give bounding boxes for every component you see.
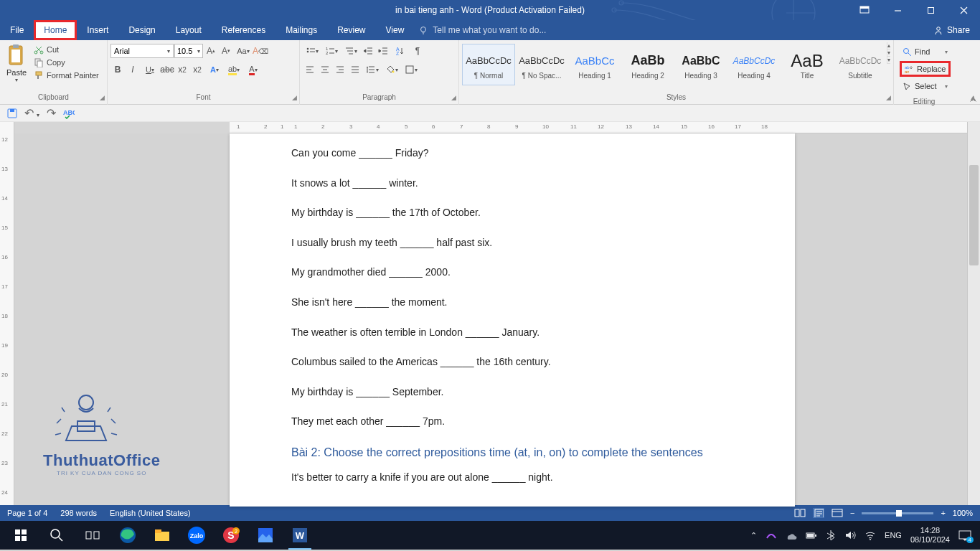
change-case-button[interactable]: Aa▾ xyxy=(234,44,253,58)
doc-line[interactable]: I usually brush my teeth ______ half pas… xyxy=(291,236,733,250)
language-indicator[interactable]: English (United States) xyxy=(110,509,191,517)
chevron-down-icon[interactable]: ▾ xyxy=(887,50,890,57)
align-left-button[interactable] xyxy=(303,62,317,77)
doc-line[interactable]: It's better to carry a knife if you are … xyxy=(291,471,733,485)
minimize-button[interactable] xyxy=(881,0,914,20)
redo-button[interactable]: ↷ xyxy=(47,106,56,120)
tray-app-icon[interactable] xyxy=(765,529,777,541)
save-icon[interactable] xyxy=(7,108,17,118)
chevron-up-icon[interactable]: ▴ xyxy=(887,42,890,50)
doc-heading[interactable]: Bài 2: Choose the correct prepositions t… xyxy=(291,445,733,461)
tray-chevron-icon[interactable]: ⌃ xyxy=(750,531,757,540)
text-effects-button[interactable]: A▾ xyxy=(205,62,224,77)
tab-mailings[interactable]: Mailings xyxy=(275,20,327,40)
align-center-button[interactable] xyxy=(318,62,332,77)
doc-line[interactable]: Columbus sailed to the Americas ______ t… xyxy=(291,355,733,369)
zoom-value[interactable]: 100% xyxy=(953,509,973,517)
onedrive-icon[interactable] xyxy=(786,529,797,541)
spellcheck-icon[interactable]: ABC xyxy=(63,108,75,119)
style-heading-2[interactable]: AaBbHeading 2 xyxy=(621,44,674,85)
tab-home[interactable]: Home xyxy=(34,20,77,40)
doc-line[interactable]: It snows a lot ______ winter. xyxy=(291,176,733,191)
doc-line[interactable]: My birthday is ______ the 17th of Octobe… xyxy=(291,206,733,220)
show-marks-button[interactable]: ¶ xyxy=(410,44,425,58)
align-right-button[interactable] xyxy=(333,62,347,77)
line-spacing-button[interactable]: ▾ xyxy=(363,62,382,77)
tell-me-search[interactable]: Tell me what you want to do... xyxy=(418,25,546,35)
superscript-button[interactable]: x2 xyxy=(190,62,204,77)
font-name-combo[interactable]: Arial▾ xyxy=(110,44,174,58)
tray-language[interactable]: ENG xyxy=(885,531,902,540)
style-heading-4[interactable]: AaBbCcDcHeading 4 xyxy=(727,44,781,85)
page-indicator[interactable]: Page 1 of 4 xyxy=(7,509,47,517)
volume-icon[interactable] xyxy=(844,529,856,541)
shrink-font-button[interactable]: A▾ xyxy=(219,44,233,58)
ribbon-options-icon[interactable] xyxy=(848,0,881,20)
skype-app[interactable]: S2 xyxy=(215,521,247,550)
clear-formatting-button[interactable]: A⌫ xyxy=(253,44,268,58)
tab-view[interactable]: View xyxy=(376,20,415,40)
task-view-button[interactable] xyxy=(76,521,109,550)
style-title[interactable]: AaBTitle xyxy=(781,44,834,85)
bluetooth-icon[interactable] xyxy=(826,529,836,541)
dialog-launcher-icon[interactable]: ◢ xyxy=(292,94,297,101)
dialog-launcher-icon[interactable]: ◢ xyxy=(100,94,105,101)
battery-icon[interactable] xyxy=(806,529,817,541)
doc-line[interactable]: The weather is often terrible in London … xyxy=(291,326,733,340)
tab-insert[interactable]: Insert xyxy=(77,20,118,40)
replace-button[interactable]: abacReplace xyxy=(900,61,951,77)
collapse-ribbon-icon[interactable]: ⮝ xyxy=(970,95,977,103)
word-count[interactable]: 298 words xyxy=(60,509,97,517)
web-layout-icon[interactable] xyxy=(831,508,843,518)
justify-button[interactable] xyxy=(348,62,362,77)
italic-button[interactable]: I xyxy=(126,62,140,77)
photos-app[interactable] xyxy=(250,521,281,550)
indent-button[interactable] xyxy=(376,44,390,58)
explorer-app[interactable] xyxy=(146,521,178,550)
close-button[interactable] xyxy=(947,0,980,20)
maximize-button[interactable] xyxy=(914,0,947,20)
doc-line[interactable]: Can you come ______ Friday? xyxy=(291,146,733,161)
vertical-scrollbar[interactable] xyxy=(967,122,980,505)
undo-button[interactable]: ↶ ▾ xyxy=(24,106,39,120)
bullets-button[interactable]: ▾ xyxy=(303,44,321,58)
gallery-scroll[interactable]: ▴▾▾ xyxy=(887,42,890,64)
borders-button[interactable]: ▾ xyxy=(402,62,420,77)
zoom-out-button[interactable]: − xyxy=(850,509,854,517)
outdent-button[interactable] xyxy=(361,44,375,58)
start-button[interactable] xyxy=(4,521,37,550)
highlight-button[interactable]: ab▾ xyxy=(225,62,243,77)
dialog-launcher-icon[interactable]: ◢ xyxy=(886,94,891,101)
doc-line[interactable]: She isn't here ______ the moment. xyxy=(291,296,733,310)
styles-gallery[interactable]: AaBbCcDc¶ NormalAaBbCcDc¶ No Spac...AaBb… xyxy=(462,42,887,87)
bold-button[interactable]: B xyxy=(110,62,125,77)
multilevel-button[interactable]: ▾ xyxy=(341,44,360,58)
paste-button[interactable]: Paste ▾ xyxy=(3,42,30,83)
zoom-in-button[interactable]: + xyxy=(941,509,945,517)
sort-button[interactable]: AZ xyxy=(391,44,410,58)
tab-references[interactable]: References xyxy=(212,20,275,40)
copy-button[interactable]: Copy xyxy=(32,57,100,68)
search-button[interactable] xyxy=(40,521,73,550)
more-icon[interactable]: ▾ xyxy=(887,57,890,64)
tab-design[interactable]: Design xyxy=(118,20,165,40)
font-color-button[interactable]: A▾ xyxy=(244,62,263,77)
find-button[interactable]: Find▾ xyxy=(900,44,951,60)
wifi-icon[interactable] xyxy=(864,529,876,541)
share-button[interactable]: Share xyxy=(928,20,976,40)
cut-button[interactable]: Cut xyxy=(32,44,100,55)
dialog-launcher-icon[interactable]: ◢ xyxy=(451,94,456,101)
style-heading-1[interactable]: AaBbCcHeading 1 xyxy=(568,44,621,85)
numbering-button[interactable]: 12▾ xyxy=(322,44,341,58)
grow-font-button[interactable]: A▴ xyxy=(204,44,218,58)
tab-layout[interactable]: Layout xyxy=(166,20,212,40)
print-layout-icon[interactable] xyxy=(813,508,824,518)
select-button[interactable]: Select▾ xyxy=(900,78,951,94)
style-subtitle[interactable]: AaBbCcDcSubtitle xyxy=(834,44,887,85)
shading-button[interactable]: ▾ xyxy=(382,62,401,77)
word-app[interactable]: W xyxy=(284,521,316,550)
doc-line[interactable]: My grandmother died ______ 2000. xyxy=(291,265,733,280)
style---no-spac---[interactable]: AaBbCcDc¶ No Spac... xyxy=(515,44,568,85)
zalo-app[interactable]: Zalo xyxy=(181,521,212,550)
doc-line[interactable]: My birthday is ______ September. xyxy=(291,385,733,400)
